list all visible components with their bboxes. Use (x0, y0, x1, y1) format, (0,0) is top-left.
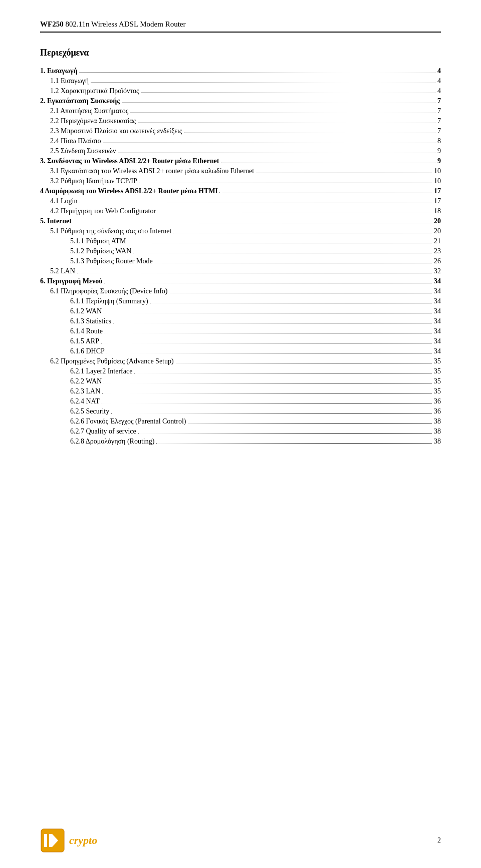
toc-item-label: 4.1 Login (50, 197, 77, 205)
toc-item-dots (113, 323, 432, 323)
toc-item-page: 36 (434, 397, 441, 405)
toc-item-page: 7 (437, 107, 441, 115)
toc-item: 6.2.6 Γονικός Έλεγχος (Parental Control)… (40, 417, 441, 425)
toc-item-dots (105, 333, 432, 333)
toc-item-dots (104, 313, 432, 313)
toc-item-dots (101, 343, 432, 343)
toc-item-label: 6.1.5 ARP (70, 337, 99, 345)
toc-item-label: 6.2.1 Layer2 Interface (70, 367, 132, 375)
toc-item-label: 5.1.1 Ρύθμιση ΑΤΜ (70, 237, 126, 245)
toc-item-page: 10 (434, 177, 441, 185)
toc-list: 1. Εισαγωγή41.1 Εισαγωγή41.2 Χαρακτηριστ… (40, 67, 441, 446)
toc-item-label: 6.2 Προηγμένες Ρυθμίσεις (Advance Setup) (50, 357, 174, 365)
toc-item: 2.2 Περιεχόμενα Συσκευασίας7 (40, 117, 441, 125)
toc-item: 2.4 Πίσω Πλαίσιο8 (40, 137, 441, 145)
toc-item-page: 32 (434, 267, 441, 275)
toc-item-dots (158, 213, 432, 213)
toc-item-dots (188, 423, 432, 423)
toc-item-dots (138, 123, 435, 123)
toc-item-page: 4 (437, 67, 441, 75)
toc-item-page: 4 (437, 87, 441, 95)
toc-item: 1.2 Χαρακτηριστικά Προϊόντος4 (40, 87, 441, 95)
toc-item: 6.2.1 Layer2 Interface35 (40, 367, 441, 375)
toc-item: 4 Διαμόρφωση του Wireless ADSL2/2+ Route… (40, 187, 441, 195)
toc-item: 6.1.5 ARP34 (40, 337, 441, 345)
header-model: WF250 (40, 20, 64, 28)
toc-item: 5.1.1 Ρύθμιση ΑΤΜ21 (40, 237, 441, 245)
toc-item: 6.2.5 Security36 (40, 407, 441, 415)
toc-item-label: 6.2.2 WAN (70, 377, 102, 385)
toc-item-dots (102, 403, 432, 403)
toc-item-page: 10 (434, 167, 441, 175)
toc-item-label: 3.1 Εγκατάσταση του Wireless ADSL2+ rout… (50, 167, 254, 175)
toc-item-dots (141, 93, 435, 93)
page-header: WF250 802.11n Wireless ADSL Modem Router (40, 20, 441, 33)
toc-item-label: 3. Συνδέοντας το Wireless ADSL2/2+ Route… (40, 157, 219, 165)
toc-item: 5.2 LAN32 (40, 267, 441, 275)
toc-item-dots (103, 143, 435, 143)
toc-item: 5. Internet20 (40, 217, 441, 225)
toc-item-label: 4 Διαμόρφωση του Wireless ADSL2/2+ Route… (40, 187, 220, 195)
toc-item-dots (184, 133, 435, 133)
toc-item-dots (122, 103, 435, 103)
toc-item-label: 2.3 Μπροστινό Πλαίσιο και φωτεινές ενδεί… (50, 127, 182, 135)
toc-item-label: 2.4 Πίσω Πλαίσιο (50, 137, 101, 145)
toc-item-label: 6.2.5 Security (70, 407, 109, 415)
page: WF250 802.11n Wireless ADSL Modem Router… (0, 0, 481, 868)
toc-item-label: 5.2 LAN (50, 267, 75, 275)
toc-heading: Περιεχόμενα (40, 48, 441, 58)
toc-item-dots (221, 163, 435, 163)
logo-container: crypto (40, 828, 97, 853)
toc-item-dots (133, 253, 432, 253)
toc-item: 2.1 Απαιτήσεις Συστήματος7 (40, 107, 441, 115)
toc-item: 2.5 Σύνδεση Συσκευών9 (40, 147, 441, 155)
toc-item-label: 5.1.3 Ρυθμίσεις Router Mode (70, 257, 153, 265)
toc-item: 6.2 Προηγμένες Ρυθμίσεις (Advance Setup)… (40, 357, 441, 365)
toc-item-label: 4.2 Περιήγηση του Web Configurator (50, 207, 156, 215)
toc-item-label: 3.2 Ρύθμιση Ιδιοτήτων TCP/IP (50, 177, 137, 185)
toc-item-dots (104, 383, 432, 383)
toc-item-dots (173, 233, 432, 233)
toc-item: 6.1.4 Route34 (40, 327, 441, 335)
toc-item: 6.1.2 WAN34 (40, 307, 441, 315)
toc-item-page: 8 (437, 137, 441, 145)
crypto-logo-icon (40, 828, 65, 853)
toc-item-label: 6.2.8 Δρομολόγηση (Routing) (70, 438, 154, 446)
toc-item: 6.2.8 Δρομολόγηση (Routing)38 (40, 438, 441, 446)
toc-item-page: 34 (434, 307, 441, 315)
toc-item-page: 7 (437, 117, 441, 125)
toc-item: 3.2 Ρύθμιση Ιδιοτήτων TCP/IP10 (40, 177, 441, 185)
header-subtitle: 802.11n Wireless ADSL Modem Router (65, 20, 185, 28)
toc-item-label: 1.2 Χαρακτηριστικά Προϊόντος (50, 87, 139, 95)
toc-item-page: 34 (434, 327, 441, 335)
toc-item-label: 6.1.4 Route (70, 327, 103, 335)
toc-item-page: 38 (434, 438, 441, 446)
toc-item: 4.1 Login17 (40, 197, 441, 205)
toc-item-label: 6.2.6 Γονικός Έλεγχος (Parental Control) (70, 417, 186, 425)
toc-item-page: 34 (434, 277, 441, 285)
toc-item-dots (176, 363, 432, 363)
toc-item-page: 7 (437, 97, 441, 105)
toc-item-page: 35 (434, 357, 441, 365)
toc-item-label: 6.1.3 Statistics (70, 317, 111, 325)
toc-item-label: 6.1.1 Περίληψη (Summary) (70, 297, 148, 305)
toc-item: 6.1.6 DHCP34 (40, 347, 441, 355)
svg-rect-1 (44, 834, 47, 847)
toc-item-dots (170, 293, 432, 293)
toc-item: 6.1 Πληροφορίες Συσκευής (Device Info)34 (40, 287, 441, 295)
toc-item-dots (155, 263, 432, 263)
toc-item-dots (79, 73, 435, 73)
toc-item: 1. Εισαγωγή4 (40, 67, 441, 75)
toc-item-dots (107, 353, 432, 353)
toc-item-label: 6.1.6 DHCP (70, 347, 105, 355)
toc-item: 6. Περιγραφή Μενού34 (40, 277, 441, 285)
svg-rect-2 (49, 834, 52, 847)
toc-item-dots (128, 243, 432, 243)
toc-item-page: 34 (434, 337, 441, 345)
toc-item-page: 35 (434, 367, 441, 375)
toc-item-page: 21 (434, 237, 441, 245)
toc-item-dots (77, 273, 432, 273)
toc-item-dots (102, 393, 432, 393)
toc-item-page: 7 (437, 127, 441, 135)
toc-item-label: 1.1 Εισαγωγή (50, 77, 89, 85)
